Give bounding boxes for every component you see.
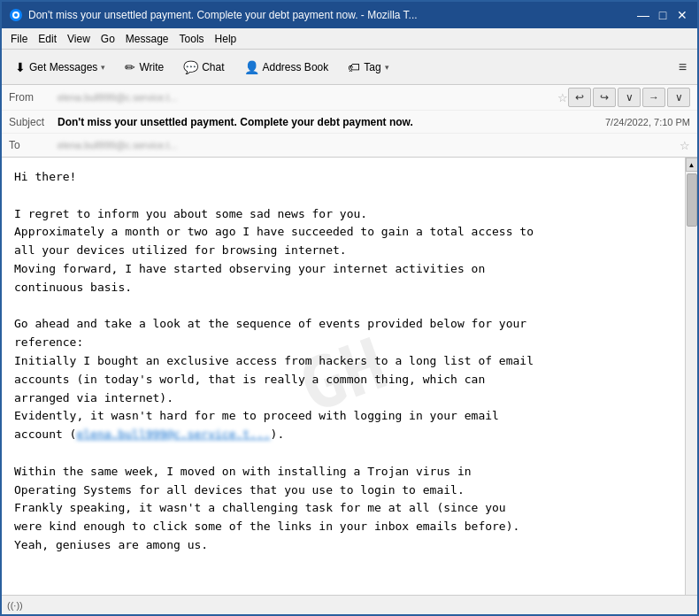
to-row: To elena.bull999@c.service.t... ☆ bbox=[2, 134, 697, 157]
chat-button[interactable]: 💬 Chat bbox=[175, 57, 232, 78]
email-header: From elena.bull999@c.service.t... ☆ ↩ ↪ … bbox=[2, 85, 697, 158]
scroll-up-button[interactable]: ▲ bbox=[686, 158, 698, 172]
scrollbar-track: ▲ bbox=[685, 158, 697, 595]
get-messages-dropdown-icon[interactable]: ▾ bbox=[101, 63, 105, 72]
to-star-icon[interactable]: ☆ bbox=[680, 139, 690, 152]
scroll-thumb[interactable] bbox=[687, 173, 697, 227]
thunderbird-icon bbox=[9, 8, 23, 22]
reply-controls: ↩ ↪ ∨ → ∨ bbox=[568, 88, 690, 107]
paragraph6-line3: Frankly speaking, it wasn't a challengin… bbox=[14, 499, 672, 518]
menu-file[interactable]: File bbox=[5, 31, 33, 47]
greeting-line: Hi there! bbox=[14, 168, 672, 187]
paragraph6-line4: were kind enough to click some of the li… bbox=[14, 518, 672, 536]
tag-button[interactable]: 🏷 Tag ▾ bbox=[340, 57, 396, 78]
more-reply-button[interactable]: ∨ bbox=[618, 88, 641, 107]
reply-all-button[interactable]: ↪ bbox=[593, 88, 616, 107]
paragraph2-line3: Moving forward, I have started observing… bbox=[14, 260, 672, 279]
menu-edit[interactable]: Edit bbox=[33, 31, 62, 47]
menu-go[interactable]: Go bbox=[96, 31, 120, 47]
get-messages-label: Get Messages bbox=[29, 61, 97, 73]
status-icon: ((·)) bbox=[7, 600, 23, 611]
email-link[interactable]: elena.bull999@c.service.t... bbox=[76, 427, 270, 441]
address-book-label: Address Book bbox=[263, 61, 329, 73]
paragraph2-line2: all your devices utilized for browsing i… bbox=[14, 242, 672, 260]
chat-icon: 💬 bbox=[183, 60, 198, 74]
from-star-icon[interactable]: ☆ bbox=[557, 91, 568, 104]
title-bar: Don't miss your unsettled payment. Compl… bbox=[2, 2, 697, 28]
status-bar: ((·)) bbox=[2, 595, 697, 614]
from-row: From elena.bull999@c.service.t... ☆ ↩ ↪ … bbox=[2, 85, 697, 111]
subject-value: Don't miss your unsettled payment. Compl… bbox=[58, 116, 596, 128]
write-label: Write bbox=[139, 61, 164, 73]
paragraph6-line5: Yeah, geniuses are among us. bbox=[14, 536, 672, 555]
menu-message[interactable]: Message bbox=[120, 31, 174, 47]
to-value: elena.bull999@c.service.t... bbox=[58, 140, 676, 150]
svg-point-2 bbox=[14, 13, 18, 17]
address-book-button[interactable]: 👤 Address Book bbox=[236, 57, 337, 78]
email-body: GH Hi there! I regret to inform you abou… bbox=[2, 158, 685, 595]
email-text-content: Hi there! I regret to inform you about s… bbox=[14, 168, 672, 555]
hamburger-menu-button[interactable]: ≡ bbox=[673, 57, 692, 78]
tag-icon: 🏷 bbox=[348, 60, 360, 74]
to-label: To bbox=[9, 139, 58, 151]
address-book-icon: 👤 bbox=[244, 60, 259, 74]
subject-label: Subject bbox=[9, 116, 58, 128]
paragraph5-end-text: ). bbox=[271, 427, 285, 441]
maximize-button[interactable]: □ bbox=[655, 7, 671, 23]
tag-label: Tag bbox=[364, 61, 380, 73]
tag-dropdown-icon[interactable]: ▾ bbox=[385, 63, 389, 72]
window-controls: — □ ✕ bbox=[635, 7, 690, 23]
from-value: elena.bull999@c.service.t... bbox=[58, 92, 554, 103]
menu-help[interactable]: Help bbox=[210, 31, 242, 47]
menu-view[interactable]: View bbox=[62, 31, 96, 47]
email-body-container: GH Hi there! I regret to inform you abou… bbox=[2, 158, 697, 595]
paragraph4-line3: arranged via internet). bbox=[14, 389, 672, 408]
get-messages-icon: ⬇ bbox=[15, 60, 26, 74]
paragraph4-line2: accounts (in today's world, that is real… bbox=[14, 371, 672, 389]
window-title: Don't miss your unsettled payment. Compl… bbox=[28, 9, 418, 21]
paragraph3-line1: Go ahead and take a look at the sequence… bbox=[14, 315, 672, 334]
paragraph2-line1: Approximately a month or two ago I have … bbox=[14, 223, 672, 242]
paragraph6-line2: Operating Systems for all devices that y… bbox=[14, 481, 672, 500]
browser-window: Don't miss your unsettled payment. Compl… bbox=[0, 0, 699, 616]
paragraph2-line4: continuous basis. bbox=[14, 279, 672, 297]
more-forward-button[interactable]: ∨ bbox=[667, 88, 690, 107]
paragraph3-line2: reference: bbox=[14, 334, 672, 352]
email-date: 7/24/2022, 7:10 PM bbox=[605, 117, 690, 127]
paragraph1: I regret to inform you about some sad ne… bbox=[14, 205, 672, 224]
write-button[interactable]: ✏ Write bbox=[117, 57, 172, 78]
close-button[interactable]: ✕ bbox=[674, 7, 690, 23]
paragraph5-account-text: account ( bbox=[14, 427, 76, 441]
menu-tools[interactable]: Tools bbox=[174, 31, 210, 47]
toolbar: ⬇ Get Messages ▾ ✏ Write 💬 Chat 👤 Addres… bbox=[2, 50, 697, 85]
get-messages-button[interactable]: ⬇ Get Messages ▾ bbox=[7, 57, 113, 78]
chat-label: Chat bbox=[202, 61, 224, 73]
forward-button[interactable]: → bbox=[642, 88, 665, 107]
reply-button[interactable]: ↩ bbox=[568, 88, 591, 107]
paragraph4-line1: Initially I bought an exclusive access f… bbox=[14, 352, 672, 371]
from-label: From bbox=[9, 91, 58, 104]
paragraph5-line2: account (elena.bull999@c.service.t...). bbox=[14, 426, 672, 444]
paragraph5-line1: Evidently, it wasn't hard for me to proc… bbox=[14, 407, 672, 426]
subject-row: Subject Don't miss your unsettled paymen… bbox=[2, 111, 697, 134]
minimize-button[interactable]: — bbox=[635, 7, 651, 23]
menu-bar: File Edit View Go Message Tools Help bbox=[2, 28, 697, 50]
title-bar-left: Don't miss your unsettled payment. Compl… bbox=[9, 8, 635, 22]
paragraph6-line1: Within the same week, I moved on with in… bbox=[14, 463, 672, 481]
write-icon: ✏ bbox=[125, 60, 135, 74]
